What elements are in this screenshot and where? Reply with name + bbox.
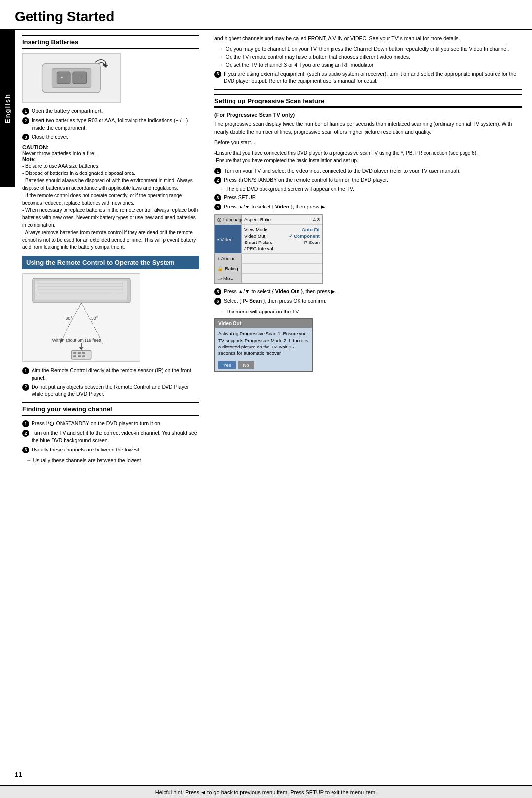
note-item-1: - Dispose of batteries in a designated d…	[22, 170, 200, 177]
note-item-5: - Always remove batteries from remote co…	[22, 229, 200, 251]
ensure-1: -Ensure that you have connected this DVD…	[214, 149, 522, 157]
svg-text:30°: 30°	[66, 316, 72, 321]
viewing-channel-section: Finding your viewing channel 1 Press I/⏻…	[22, 402, 200, 463]
prog-step-3: 3 Press SETUP.	[214, 194, 522, 201]
remote-control-title: Using the Remote Control to Operate the …	[22, 256, 200, 269]
menu-content-misc	[242, 274, 322, 283]
note-item-2: - Batteries should always be disposed of…	[22, 177, 200, 192]
svg-rect-22	[73, 352, 76, 354]
footer-text: Helpful hint: Press ◄ to go back to prev…	[155, 789, 377, 795]
svg-text:30°: 30°	[91, 316, 98, 321]
viewing-arrow-1: Usually these channels are between the l…	[26, 457, 200, 463]
footer-bar: Helpful hint: Press ◄ to go back to prev…	[0, 785, 532, 798]
ensure-2: -Ensure that you have completed the basi…	[214, 157, 522, 164]
prog-arrow-1: The blue DVD background screen will appe…	[218, 186, 522, 192]
page-number: 11	[15, 771, 22, 778]
svg-rect-25	[73, 356, 76, 358]
prog-step-4: 4 Press ▲/▼ to select { Video }, then pr…	[214, 203, 522, 210]
menu-row-rating: 🔒Rating	[215, 264, 322, 274]
prog-step-1: 1 Turn on your TV and select the video i…	[214, 167, 522, 174]
note-label: Note:	[22, 156, 200, 162]
battery-step-1: 1 Open the battery compartment.	[22, 107, 200, 115]
svg-rect-21	[71, 351, 91, 360]
viewing-step-2: 2 Turn on the TV and set it to the corre…	[22, 429, 200, 444]
menu-sidebar-rating: 🔒Rating	[215, 264, 242, 273]
note-item-0: - Be sure to use AAA size batteries.	[22, 162, 200, 170]
popup-title: Video Out	[215, 319, 312, 328]
menu-row-misc: ▭Misc	[215, 274, 322, 283]
progressive-steps-list: 1 Turn on your TV and select the video i…	[214, 167, 522, 210]
popup-body: Activating Progressive Scan 1. Ensure yo…	[215, 328, 312, 359]
right-column: and highest channels and may be called F…	[207, 35, 532, 465]
for-progressive-label: (For Progressive Scan TV only)	[214, 112, 522, 118]
progressive-steps2-list: 5 Press ▲/▼ to select { Video Out }, the…	[214, 288, 522, 305]
svg-rect-24	[82, 352, 85, 354]
menu-content-audio	[242, 254, 322, 263]
battery-image: + -	[22, 53, 121, 103]
menu-row-video: ▪Video View Mode Auto Fit Video Out ✓ Co…	[215, 225, 322, 254]
svg-rect-23	[78, 352, 81, 354]
menu-sidebar-language: ◎Language	[215, 215, 242, 224]
menu-content-language: Aspect Ratio : 4:3	[242, 215, 322, 224]
remote-steps-list: 1 Aim the Remote Control directly at the…	[22, 367, 200, 398]
sidebar-language: English	[0, 30, 15, 187]
menu-content-rating	[242, 264, 322, 273]
progressive-intro: The progressive scan display twice the n…	[214, 120, 522, 136]
remote-step-2: 2 Do not put any objects between the Rem…	[22, 383, 200, 398]
menu-row-language: ◎Language Aspect Ratio : 4:3	[215, 215, 322, 225]
svg-rect-27	[82, 356, 85, 358]
battery-step-3: 3 Close the cover.	[22, 133, 200, 140]
note-item-3: - If the remote control does not operate…	[22, 192, 200, 207]
prog-step-2: 2 Press ⏻ON/STANDBY on the remote contro…	[214, 176, 522, 184]
page-title: Getting Started	[0, 0, 532, 30]
left-column: Inserting Batteries + -	[15, 35, 207, 465]
popup-yes-button[interactable]: Yes	[218, 361, 236, 369]
progressive-scan-section: Setting up Progressive Scan feature (For…	[214, 94, 522, 371]
external-equip-list: 3 If you are using external equipment, (…	[214, 70, 522, 85]
battery-step-2: 2 Insert two batteries type R03 or AAA, …	[22, 117, 200, 131]
arrow-or-1: Or, you may go to channel 1 on your TV, …	[218, 46, 522, 52]
popup-no-button[interactable]: No	[238, 361, 254, 369]
menu-screenshot: ◎Language Aspect Ratio : 4:3 ▪Video	[214, 214, 323, 284]
inserting-batteries-title: Inserting Batteries	[22, 35, 200, 49]
menu-sidebar-video: ▪Video	[215, 225, 242, 253]
battery-steps-list: 1 Open the battery compartment. 2 Insert…	[22, 107, 200, 140]
viewing-step-3: 3 Usually these channels are between the…	[22, 446, 200, 453]
inserting-batteries-section: Inserting Batteries + -	[22, 35, 200, 251]
menu-sidebar-misc: ▭Misc	[215, 274, 242, 283]
progressive-scan-title: Setting up Progressive Scan feature	[214, 94, 522, 108]
svg-text:+: +	[60, 75, 63, 80]
prog-arrow-end: The menu will appear on the TV.	[218, 309, 522, 314]
viewing-channel-title: Finding your viewing channel	[22, 402, 200, 416]
svg-marker-20	[79, 348, 83, 350]
svg-marker-6	[103, 64, 108, 67]
viewing-step-1: 1 Press I/⏻ ON/STANDBY on the DVD player…	[22, 420, 200, 427]
menu-content-video: View Mode Auto Fit Video Out ✓ Component…	[242, 225, 322, 253]
viewing-steps-list: 1 Press I/⏻ ON/STANDBY on the DVD player…	[22, 420, 200, 453]
arrow-or-2: Or, the TV remote control may have a but…	[218, 54, 522, 60]
prog-step-5: 5 Press ▲/▼ to select { Video Out }, the…	[214, 288, 522, 295]
external-equip-step: 3 If you are using external equipment, (…	[214, 70, 522, 85]
svg-text:-: -	[79, 75, 80, 80]
remote-control-section: Using the Remote Control to Operate the …	[22, 256, 200, 398]
svg-rect-26	[78, 356, 81, 358]
menu-row-audio: ♪Audi o	[215, 254, 322, 264]
section-divider	[214, 89, 522, 90]
arrow-or-3: Or, set the TV to channel 3 or 4 if you …	[218, 62, 522, 68]
caution-label: CAUTION:	[22, 144, 200, 150]
remote-step-1: 1 Aim the Remote Control directly at the…	[22, 367, 200, 381]
continued-viewing-text: and highest channels and may be called F…	[214, 35, 522, 85]
caution-text: Never throw batteries into a fire.	[22, 150, 200, 156]
svg-rect-2	[57, 72, 70, 84]
note-item-4: - When necessary to replace batteries in…	[22, 207, 200, 229]
caution-block: CAUTION: Never throw batteries into a fi…	[22, 144, 200, 251]
popup-buttons: Yes No	[215, 359, 312, 371]
remote-diagram: 30° 30° Within about 6m (19 feet)	[22, 273, 140, 362]
prog-step-6: 6 Select { P- Scan }, then press OK to c…	[214, 297, 522, 305]
svg-text:Within about 6m (19 feet): Within about 6m (19 feet)	[52, 338, 101, 343]
before-you-start: Before you start...	[214, 139, 522, 147]
menu-sidebar-audio: ♪Audi o	[215, 254, 242, 263]
video-out-popup: Video Out Activating Progressive Scan 1.…	[214, 318, 313, 371]
